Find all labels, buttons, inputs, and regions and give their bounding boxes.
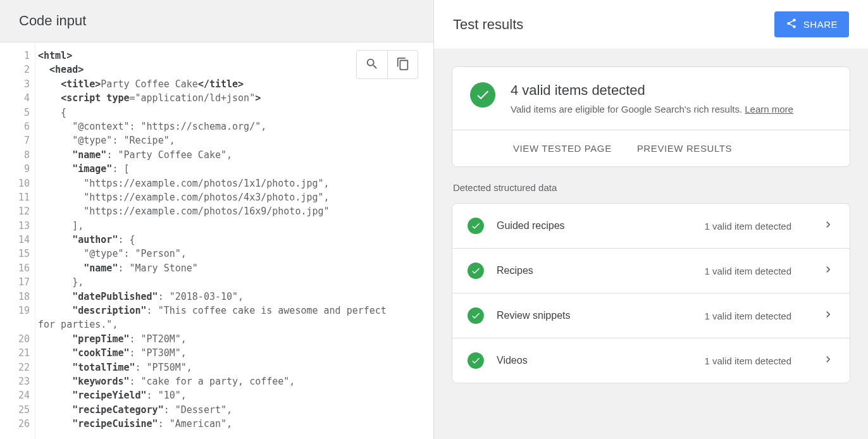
item-name: Recipes xyxy=(497,265,691,276)
line-number: 23 xyxy=(0,374,30,388)
code-line[interactable]: for parties.", xyxy=(38,318,431,331)
line-number: 15 xyxy=(0,247,30,261)
test-results-title: Test results xyxy=(453,16,523,33)
code-line[interactable]: "recipeYield": "10", xyxy=(38,388,431,402)
line-number: 7 xyxy=(0,133,30,147)
item-name: Videos xyxy=(497,355,691,366)
search-icon xyxy=(365,57,379,73)
line-number: 22 xyxy=(0,361,30,374)
summary-subtext-text: Valid items are eligible for Google Sear… xyxy=(511,104,745,114)
line-number: 12 xyxy=(0,204,30,218)
item-name: Review snippets xyxy=(497,310,691,321)
code-line[interactable]: "datePublished": "2018-03-10", xyxy=(38,290,431,304)
line-number: 17 xyxy=(0,275,30,289)
item-status: 1 valid item detected xyxy=(704,356,791,366)
line-number: 19 xyxy=(0,304,30,318)
code-line[interactable]: "https://example.com/photos/1x1/photo.jp… xyxy=(38,176,431,190)
line-number: 8 xyxy=(0,148,30,162)
code-line[interactable]: { xyxy=(38,106,431,120)
valid-check-icon xyxy=(470,82,495,108)
line-number: 9 xyxy=(0,162,30,176)
line-number: 10 xyxy=(0,176,30,190)
summary-heading: 4 valid items detected xyxy=(511,82,793,99)
line-number: 11 xyxy=(0,190,30,204)
code-line[interactable]: }, xyxy=(38,275,431,289)
test-results-body: 4 valid items detected Valid items are e… xyxy=(434,49,868,439)
code-line[interactable]: "@context": "https://schema.org/", xyxy=(38,120,431,133)
line-number xyxy=(0,318,30,331)
item-name: Guided recipes xyxy=(497,220,691,232)
code-line[interactable]: "totalTime": "PT50M", xyxy=(38,361,431,374)
detected-items-list: Guided recipes1 valid item detectedRecip… xyxy=(452,203,850,383)
line-number: 14 xyxy=(0,233,30,247)
code-line[interactable]: "@type": "Person", xyxy=(38,247,431,261)
line-number: 6 xyxy=(0,120,30,133)
test-results-header: Test results SHARE xyxy=(434,0,868,49)
search-code-button[interactable] xyxy=(357,51,387,78)
line-number: 5 xyxy=(0,106,30,120)
code-line[interactable]: "@type": "Recipe", xyxy=(38,133,431,147)
line-number: 4 xyxy=(0,91,30,105)
detected-item-row[interactable]: Videos1 valid item detected xyxy=(452,338,850,383)
summary-card: 4 valid items detected Valid items are e… xyxy=(452,66,850,167)
line-number: 21 xyxy=(0,346,30,360)
item-check-icon xyxy=(468,352,484,369)
item-status: 1 valid item detected xyxy=(704,221,791,232)
code-line[interactable]: ], xyxy=(38,219,431,233)
line-number: 13 xyxy=(0,219,30,233)
view-tested-page-button[interactable]: VIEW TESTED PAGE xyxy=(513,143,612,154)
summary-text: 4 valid items detected Valid items are e… xyxy=(511,82,793,114)
chevron-right-icon xyxy=(822,308,834,323)
code-line[interactable]: "https://example.com/photos/4x3/photo.jp… xyxy=(38,190,431,204)
line-number: 3 xyxy=(0,77,30,91)
copy-code-button[interactable] xyxy=(387,51,418,78)
code-line[interactable]: "cookTime": "PT30M", xyxy=(38,346,431,360)
code-line[interactable]: <script type="application/ld+json"> xyxy=(38,91,431,105)
code-toolbar xyxy=(356,50,418,79)
item-check-icon xyxy=(468,263,484,279)
item-status: 1 valid item detected xyxy=(704,311,791,321)
line-number: 2 xyxy=(0,63,30,77)
preview-results-button[interactable]: PREVIEW RESULTS xyxy=(637,143,732,154)
code-line[interactable]: "prepTime": "PT20M", xyxy=(38,332,431,346)
code-line[interactable]: "https://example.com/photos/16x9/photo.j… xyxy=(38,204,431,218)
detected-item-row[interactable]: Recipes1 valid item detected xyxy=(452,248,850,293)
code-line[interactable]: "author": { xyxy=(38,233,431,247)
item-check-icon xyxy=(468,218,484,234)
code-editor[interactable]: 1234567891011121314151617181920212223242… xyxy=(0,42,433,439)
share-icon xyxy=(786,18,797,31)
code-line[interactable]: "keywords": "cake for a party, coffee", xyxy=(38,374,431,388)
summary-actions: VIEW TESTED PAGE PREVIEW RESULTS xyxy=(452,130,850,166)
line-number: 25 xyxy=(0,403,30,417)
code-line[interactable]: "name": "Party Coffee Cake", xyxy=(38,148,431,162)
code-line[interactable]: "recipeCuisine": "American", xyxy=(38,417,431,431)
summary-subtext: Valid items are eligible for Google Sear… xyxy=(511,104,793,114)
share-button-label: SHARE xyxy=(803,19,838,30)
line-number: 24 xyxy=(0,388,30,402)
detected-item-row[interactable]: Guided recipes1 valid item detected xyxy=(452,204,850,248)
code-line[interactable]: "description": "This coffee cake is awes… xyxy=(38,304,431,318)
code-line[interactable]: "name": "Mary Stone" xyxy=(38,261,431,275)
item-status: 1 valid item detected xyxy=(704,266,791,276)
code-input-title: Code input xyxy=(19,13,414,29)
detected-item-row[interactable]: Review snippets1 valid item detected xyxy=(452,293,850,338)
learn-more-link[interactable]: Learn more xyxy=(745,104,793,114)
copy-icon xyxy=(396,57,410,73)
share-button[interactable]: SHARE xyxy=(774,11,849,37)
code-input-pane: Code input 12345678910111213141516171819… xyxy=(0,0,434,439)
line-number-gutter: 1234567891011121314151617181920212223242… xyxy=(0,42,35,439)
chevron-right-icon xyxy=(822,263,834,278)
line-number: 16 xyxy=(0,261,30,275)
code-content[interactable]: <html> <head> <title>Party Coffee Cake</… xyxy=(35,42,433,439)
item-check-icon xyxy=(468,307,484,324)
line-number: 1 xyxy=(0,49,30,63)
code-line[interactable]: <title>Party Coffee Cake</title> xyxy=(38,77,431,91)
code-line[interactable]: "recipeCategory": "Dessert", xyxy=(38,403,431,417)
line-number: 18 xyxy=(0,290,30,304)
code-line[interactable]: "image": [ xyxy=(38,162,431,176)
line-number: 20 xyxy=(0,332,30,346)
line-number: 26 xyxy=(0,417,30,431)
test-results-pane: Test results SHARE 4 valid items detecte… xyxy=(434,0,868,439)
chevron-right-icon xyxy=(822,218,834,233)
code-input-header: Code input xyxy=(0,0,433,42)
